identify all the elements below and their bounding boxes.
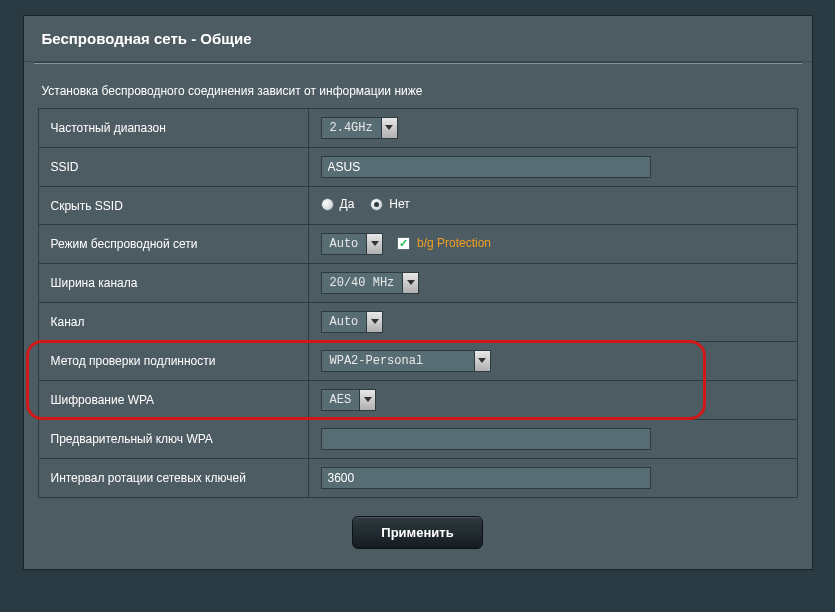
chevron-down-icon: [366, 312, 382, 332]
hide-ssid-no-label: Нет: [389, 197, 409, 211]
label-band: Частотный диапазон: [38, 109, 308, 148]
auth-select[interactable]: WPA2-Personal: [321, 350, 491, 372]
row-mode: Режим беспроводной сети Auto b/g Protect…: [38, 225, 797, 264]
band-select[interactable]: 2.4GHz: [321, 117, 398, 139]
row-width: Ширина канала 20/40 MHz: [38, 264, 797, 303]
bg-protection-checkbox[interactable]: [397, 237, 410, 250]
row-auth: Метод проверки подлинности WPA2-Personal: [38, 342, 797, 381]
label-enc: Шифрование WPA: [38, 381, 308, 420]
label-width: Ширина канала: [38, 264, 308, 303]
description-text: Установка беспроводного соединения завис…: [24, 66, 812, 108]
rekey-input[interactable]: [321, 467, 651, 489]
chevron-down-icon: [359, 390, 375, 410]
chevron-down-icon: [402, 273, 418, 293]
chevron-down-icon: [474, 351, 490, 371]
settings-table: Частотный диапазон 2.4GHz SSID Скрыть SS…: [38, 108, 798, 498]
label-ssid: SSID: [38, 148, 308, 187]
row-band: Частотный диапазон 2.4GHz: [38, 109, 797, 148]
width-select[interactable]: 20/40 MHz: [321, 272, 420, 294]
row-ssid: SSID: [38, 148, 797, 187]
chevron-down-icon: [381, 118, 397, 138]
hide-ssid-no-radio[interactable]: [370, 198, 383, 211]
divider: [34, 62, 802, 64]
bg-protection-label: b/g Protection: [417, 236, 491, 250]
label-hide-ssid: Скрыть SSID: [38, 187, 308, 225]
page-title: Беспроводная сеть - Общие: [24, 16, 812, 62]
row-enc: Шифрование WPA AES: [38, 381, 797, 420]
svg-marker-5: [364, 397, 372, 402]
psk-input[interactable]: [321, 428, 651, 450]
row-psk: Предварительный ключ WPA: [38, 420, 797, 459]
chevron-down-icon: [366, 234, 382, 254]
channel-select[interactable]: Auto: [321, 311, 384, 333]
row-channel: Канал Auto: [38, 303, 797, 342]
label-rekey: Интервал ротации сетевых ключей: [38, 459, 308, 498]
row-hide-ssid: Скрыть SSID Да Нет: [38, 187, 797, 225]
hide-ssid-yes-radio[interactable]: [321, 198, 334, 211]
label-auth: Метод проверки подлинности: [38, 342, 308, 381]
label-mode: Режим беспроводной сети: [38, 225, 308, 264]
hide-ssid-yes-label: Да: [340, 197, 355, 211]
apply-button[interactable]: Применить: [352, 516, 482, 549]
enc-select[interactable]: AES: [321, 389, 377, 411]
svg-marker-2: [407, 280, 415, 285]
svg-marker-3: [371, 319, 379, 324]
label-channel: Канал: [38, 303, 308, 342]
svg-marker-4: [478, 358, 486, 363]
label-psk: Предварительный ключ WPA: [38, 420, 308, 459]
wireless-general-panel: Беспроводная сеть - Общие Установка бесп…: [23, 15, 813, 570]
svg-marker-0: [385, 125, 393, 130]
mode-select[interactable]: Auto: [321, 233, 384, 255]
ssid-input[interactable]: [321, 156, 651, 178]
svg-marker-1: [371, 241, 379, 246]
row-rekey: Интервал ротации сетевых ключей: [38, 459, 797, 498]
